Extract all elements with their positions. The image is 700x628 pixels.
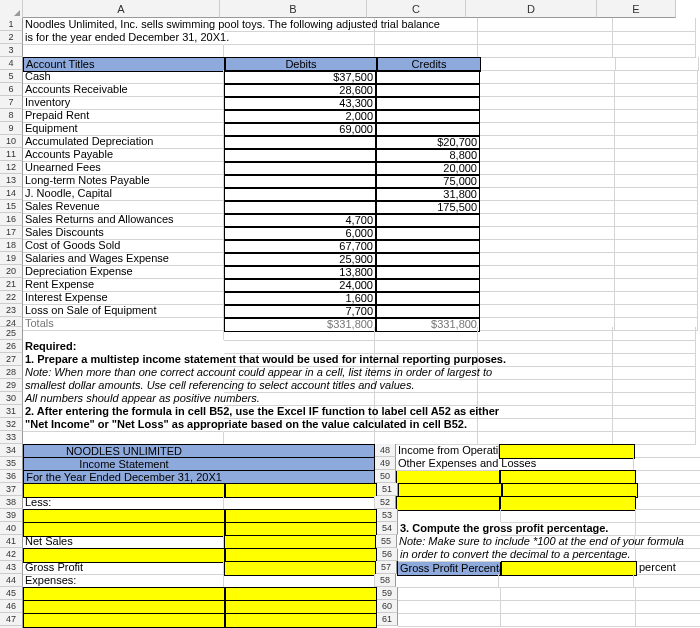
tb-account[interactable]: Prepaid Rent xyxy=(23,109,224,123)
row-header[interactable]: 41 xyxy=(0,535,23,548)
right-cell[interactable] xyxy=(636,548,700,562)
right-value[interactable] xyxy=(501,600,636,614)
cell[interactable] xyxy=(375,392,478,406)
cell[interactable] xyxy=(480,122,615,136)
cell[interactable] xyxy=(613,340,696,354)
spreadsheet[interactable]: A B C D E 1Noodles Unlimited, Inc. sells… xyxy=(0,0,700,628)
row-header[interactable]: 15 xyxy=(0,200,23,213)
row-header[interactable]: 1 xyxy=(0,18,23,31)
row-header[interactable]: 51 xyxy=(377,483,398,496)
row-header[interactable]: 54 xyxy=(377,522,398,535)
row-header[interactable]: 49 xyxy=(375,457,396,470)
q3-heading[interactable]: 3. Compute the gross profit percentage. xyxy=(398,522,501,536)
tb-account[interactable]: Interest Expense xyxy=(23,291,224,305)
right-cell[interactable] xyxy=(636,613,700,627)
row-header[interactable]: 33 xyxy=(0,431,23,444)
cell[interactable] xyxy=(478,31,613,45)
cell[interactable] xyxy=(224,44,375,58)
cell[interactable] xyxy=(224,340,375,354)
right-cell[interactable] xyxy=(635,444,700,458)
q2-text[interactable]: 2. After entering the formula in cell B5… xyxy=(23,405,224,419)
col-header-E[interactable]: E xyxy=(597,0,676,18)
row-header[interactable]: 31 xyxy=(0,405,23,418)
row-header[interactable]: 2 xyxy=(0,31,23,44)
cell[interactable] xyxy=(615,70,698,84)
stmt-value[interactable] xyxy=(225,613,377,628)
cell[interactable] xyxy=(481,57,616,71)
cell[interactable] xyxy=(478,18,613,32)
cell[interactable] xyxy=(615,304,698,318)
right-value[interactable] xyxy=(499,574,634,588)
cell[interactable] xyxy=(613,353,696,367)
tb-account[interactable]: Accounts Receivable xyxy=(23,83,224,97)
q1-note2[interactable]: smallest dollar amounts. Use cell refere… xyxy=(23,379,224,393)
cell[interactable] xyxy=(613,327,696,341)
cell[interactable] xyxy=(613,44,696,58)
tb-account[interactable]: Inventory xyxy=(23,96,224,110)
row-header[interactable]: 32 xyxy=(0,418,23,431)
tb-account[interactable]: Loss on Sale of Equipment xyxy=(23,304,224,318)
row-header[interactable]: 43 xyxy=(0,561,23,574)
cell[interactable] xyxy=(480,226,615,240)
expenses-label[interactable]: Expenses: xyxy=(23,574,224,588)
row-header[interactable]: 14 xyxy=(0,187,23,200)
q3-note2[interactable]: in order to convert the decimal to a per… xyxy=(398,548,501,562)
tb-account[interactable]: Cost of Goods Sold xyxy=(23,239,224,253)
cell[interactable] xyxy=(615,174,698,188)
cell[interactable] xyxy=(615,239,698,253)
tb-account[interactable]: Rent Expense xyxy=(23,278,224,292)
cell[interactable] xyxy=(478,340,613,354)
cell[interactable] xyxy=(615,187,698,201)
right-cell[interactable] xyxy=(638,483,700,497)
gross-profit-label[interactable]: Gross Profit xyxy=(23,561,224,575)
row-header[interactable]: 37 xyxy=(0,483,23,496)
row-header[interactable]: 8 xyxy=(0,109,23,122)
q1-text[interactable]: 1. Prepare a multistep income statement … xyxy=(23,353,224,367)
other-expenses-label[interactable]: Other Expenses and Losses xyxy=(396,457,499,471)
net-sales-label[interactable]: Net Sales xyxy=(23,535,224,549)
cell[interactable] xyxy=(480,187,615,201)
row-header[interactable]: 16 xyxy=(0,213,23,226)
row-header[interactable]: 29 xyxy=(0,379,23,392)
row-header[interactable]: 61 xyxy=(377,613,398,626)
row-header[interactable]: 55 xyxy=(376,535,397,548)
row-header[interactable]: 58 xyxy=(375,574,396,587)
right-cell[interactable] xyxy=(398,613,501,627)
cell[interactable] xyxy=(615,200,698,214)
cell[interactable] xyxy=(480,200,615,214)
q1-note3[interactable]: All numbers should appear as positive nu… xyxy=(23,392,224,406)
row-header[interactable]: 38 xyxy=(0,496,23,509)
col-header-B[interactable]: B xyxy=(220,0,367,18)
q3-note[interactable]: Note: Make sure to include *100 at the e… xyxy=(397,535,500,549)
cell[interactable] xyxy=(613,366,696,380)
right-cell[interactable] xyxy=(636,509,700,523)
cell[interactable] xyxy=(615,213,698,227)
row-header[interactable]: 46 xyxy=(0,600,23,613)
cell[interactable] xyxy=(615,278,698,292)
row-header[interactable]: 3 xyxy=(0,44,23,57)
cell[interactable] xyxy=(224,431,375,445)
cell[interactable] xyxy=(23,327,224,341)
row-header[interactable]: 40 xyxy=(0,522,23,535)
row-header[interactable]: 17 xyxy=(0,226,23,239)
less-label[interactable]: Less: xyxy=(23,496,224,510)
percent-label[interactable]: percent xyxy=(637,561,700,575)
right-value[interactable] xyxy=(501,587,636,601)
cell[interactable] xyxy=(613,379,696,393)
cell[interactable] xyxy=(478,44,613,58)
tb-account[interactable]: Cash xyxy=(23,70,224,84)
right-cell[interactable] xyxy=(636,587,700,601)
cell[interactable] xyxy=(375,340,478,354)
row-header[interactable]: 19 xyxy=(0,252,23,265)
cell[interactable] xyxy=(478,392,613,406)
row-header[interactable]: 24 xyxy=(0,317,23,327)
cell[interactable] xyxy=(613,31,696,45)
cell[interactable] xyxy=(615,109,698,123)
cell[interactable] xyxy=(224,31,375,45)
row-header[interactable]: 12 xyxy=(0,161,23,174)
intro-text[interactable]: Noodles Unlimited, Inc. sells swimming p… xyxy=(23,18,224,32)
right-cell[interactable] xyxy=(636,522,700,536)
select-all-corner[interactable] xyxy=(0,0,23,19)
cell[interactable] xyxy=(375,31,478,45)
right-cell[interactable] xyxy=(636,470,700,484)
